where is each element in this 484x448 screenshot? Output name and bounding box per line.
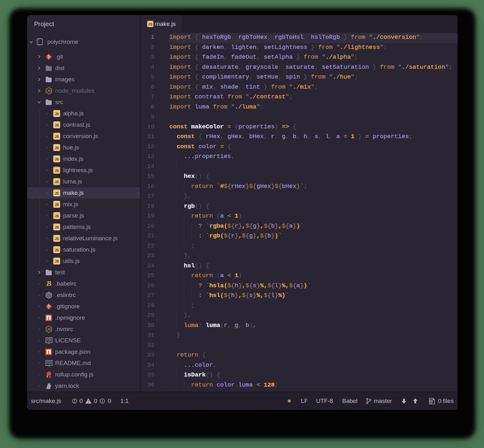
svg-text:JS: JS	[55, 112, 59, 116]
svg-text:JS: JS	[55, 259, 59, 263]
svg-text:JS: JS	[148, 22, 152, 26]
svg-text:JS: JS	[55, 191, 59, 195]
svg-text:JS: JS	[47, 89, 51, 93]
svg-text:JS: JS	[55, 225, 59, 229]
svg-text:JS: JS	[55, 123, 59, 127]
svg-text:JS: JS	[55, 180, 59, 184]
svg-text:JS: JS	[55, 214, 59, 218]
svg-text:JS: JS	[55, 237, 59, 241]
svg-text:JS: JS	[47, 328, 51, 331]
svg-text:JS: JS	[55, 203, 59, 207]
svg-text:JS: JS	[55, 157, 59, 161]
svg-text:JS: JS	[55, 135, 59, 138]
svg-text:JS: JS	[55, 248, 59, 252]
svg-text:B: B	[46, 280, 51, 288]
svg-text:JS: JS	[55, 146, 59, 150]
svg-text:JS: JS	[55, 169, 59, 172]
